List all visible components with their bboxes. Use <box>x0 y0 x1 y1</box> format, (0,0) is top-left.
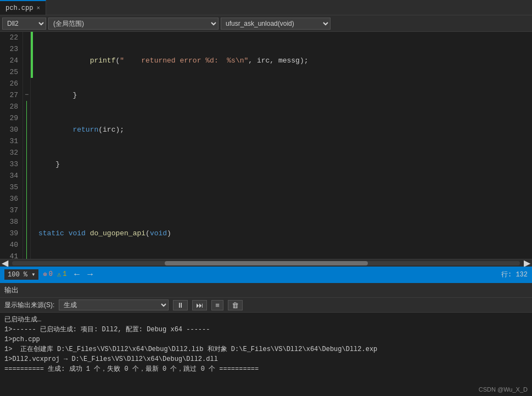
output-btn-2[interactable]: ⏭ <box>192 300 207 310</box>
output-line-6: ========== 生成: 成功 1 个，失败 0 个，最新 0 个，跳过 0… <box>4 364 528 374</box>
output-line-5: 1>Dll2.vcxproj → D:\E_Files\VS\Dll2\x64\… <box>4 354 528 364</box>
fold-icon-27[interactable]: − <box>23 89 30 101</box>
output-source-select[interactable]: 生成 <box>59 299 169 310</box>
error-icon: ⊗ <box>43 270 47 279</box>
line-indicator: 行: 132 <box>501 270 528 279</box>
zoom-dropdown-icon[interactable]: ▾ <box>31 271 35 279</box>
code-line-23: } <box>38 89 532 101</box>
scroll-track[interactable] <box>12 261 520 265</box>
tab-pch-cpp[interactable]: pch.cpp × <box>0 0 46 15</box>
error-count: ⊗ 0 <box>43 270 52 279</box>
output-btn-1[interactable]: ⏸ <box>173 300 188 310</box>
output-toolbar: 显示输出来源(S): 生成 ⏸ ⏭ ≡ 🗑 <box>0 298 532 313</box>
editor-container: pch.cpp × Dll2 (全局范围) ufusr_ask_unload(v… <box>0 0 532 396</box>
output-header: 输出 <box>0 283 532 298</box>
code-line-26 <box>38 193 532 205</box>
warning-icon: ⚠ <box>57 270 61 279</box>
code-line-27: static void do_ugopen_api(void) <box>38 228 532 239</box>
tab-label: pch.cpp <box>5 4 33 12</box>
warning-count: ⚠ 1 <box>57 270 66 279</box>
scope-select[interactable]: Dll2 <box>2 18 46 30</box>
line-numbers-gutter: 22 23 24 25 26 27 28 29 30 31 32 33 34 3… <box>0 32 23 259</box>
output-line-4: 1> 正在创建库 D:\E_Files\VS\Dll2\x64\Debug\Dl… <box>4 344 528 354</box>
output-panel: 输出 显示输出来源(S): 生成 ⏸ ⏭ ≡ 🗑 已启动生成… 1>------… <box>0 282 532 396</box>
code-line-25: } <box>38 159 532 170</box>
toolbar: Dll2 (全局范围) ufusr_ask_unload(void) <box>0 15 532 32</box>
output-btn-clear[interactable]: 🗑 <box>228 300 243 310</box>
zoom-level: 100 % ▾ <box>4 269 38 280</box>
context-select[interactable]: (全局范围) <box>48 18 219 30</box>
nav-next-btn[interactable]: → <box>84 269 96 279</box>
output-source-label: 显示输出来源(S): <box>4 301 54 310</box>
output-line-1: 已启动生成… <box>4 315 528 325</box>
scroll-thumb[interactable] <box>165 261 368 265</box>
nav-prev-btn[interactable]: ← <box>71 269 83 279</box>
output-line-3: 1>pch.cpp <box>4 335 528 344</box>
code-line-24: return(irc); <box>38 124 532 135</box>
editor-lines-area: 22 23 24 25 26 27 28 29 30 31 32 33 34 3… <box>0 32 532 259</box>
tab-close-icon[interactable]: × <box>36 5 40 12</box>
tab-bar: pch.cpp × <box>0 0 532 15</box>
code-editor[interactable]: printf(" returned error %d: %s\n", irc, … <box>34 32 532 259</box>
output-line-2: 1>------ 已启动生成: 项目: Dll2, 配置: Debug x64 … <box>4 325 528 335</box>
code-line-22: printf(" returned error %d: %s\n", irc, … <box>38 55 532 66</box>
function-select[interactable]: ufusr_ask_unload(void) <box>221 18 331 30</box>
output-btn-filter[interactable]: ≡ <box>211 300 223 310</box>
navigation-buttons: ← → <box>71 269 96 279</box>
watermark: CSDN @Wu_X_D <box>479 386 528 393</box>
fold-column: − <box>23 32 31 259</box>
output-title: 输出 <box>4 285 19 295</box>
horizontal-scrollbar[interactable]: ◀ ▶ <box>0 259 532 267</box>
status-bar: 100 % ▾ ⊗ 0 ⚠ 1 ← → 行: 132 <box>0 267 532 282</box>
output-content: 已启动生成… 1>------ 已启动生成: 项目: Dll2, 配置: Deb… <box>0 313 532 396</box>
